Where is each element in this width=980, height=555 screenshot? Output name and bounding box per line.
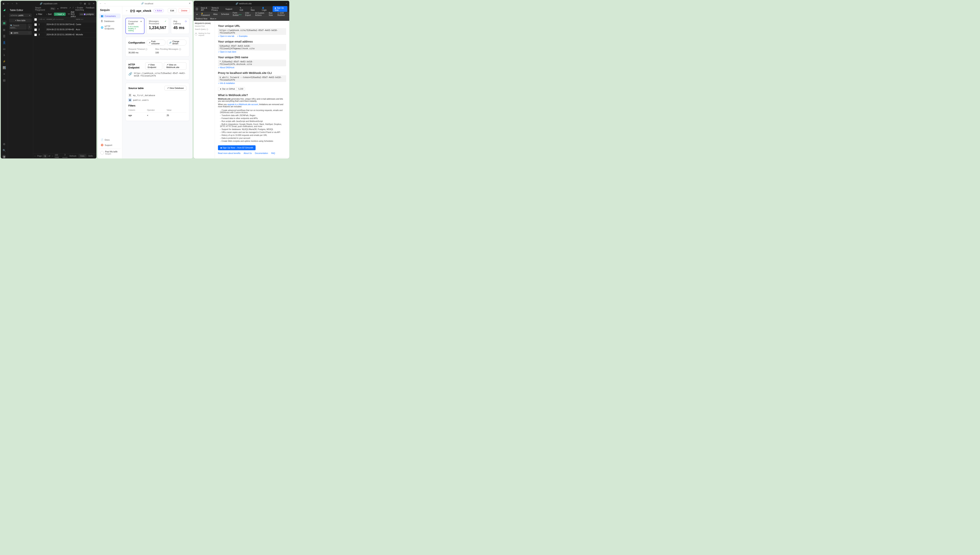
refresh-button[interactable]: Refresh	[70, 155, 77, 157]
split-icon[interactable]: ◫	[88, 2, 91, 5]
sort-order[interactable]: Newest First	[195, 25, 213, 27]
tab-redirect-now[interactable]: Redirect Now	[196, 18, 207, 20]
unique-email-value[interactable]: 526ae0a2-05d7-4e63-bd18-f511ead1247b@ema…	[218, 44, 286, 51]
view-on-webhook-button[interactable]: ↗ View on Webhook.site	[164, 63, 186, 70]
tab-password[interactable]: Password	[200, 11, 211, 17]
logs-icon[interactable]: ≡	[2, 72, 6, 76]
close-icon[interactable]: ✕	[188, 2, 191, 5]
realtime-icon[interactable]: ⚡	[2, 59, 6, 63]
faq-link[interactable]: FAQ	[271, 152, 275, 154]
about-link[interactable]: About Us	[244, 152, 252, 154]
feedback-link[interactable]: Feedback	[86, 6, 94, 11]
address-bar[interactable]: 🔗 webhook.site	[204, 2, 283, 5]
tab-dot[interactable]: ●	[195, 12, 199, 16]
user-card[interactable]: Paul Mu'adibSequin	[99, 149, 120, 157]
open-mail-link[interactable]: Open in mail client	[218, 51, 236, 53]
view-endpoint-button[interactable]: ↗ View Endpoint	[145, 63, 162, 70]
cli-info-link[interactable]: Info & installation	[218, 82, 235, 84]
rls-button[interactable]: 🛡 Add RLS policy	[66, 10, 77, 18]
tab-custom-actions[interactable]: ⚙ Custom Actions	[254, 11, 267, 17]
tab-run-now[interactable]: Run Now	[267, 11, 276, 17]
table-row[interactable]: 32024-08-28 20:52:51.365996+00Michelle	[33, 32, 96, 38]
about-dnshook-link[interactable]: About DNSHook	[218, 66, 234, 69]
tab-data[interactable]: Data	[78, 154, 86, 158]
info-icon[interactable]: ⓘ	[206, 28, 208, 31]
documentation-link[interactable]: Documentation	[255, 152, 268, 154]
settings-icon[interactable]: ⚙	[2, 143, 6, 146]
nav-back-icon[interactable]: ←	[195, 2, 198, 5]
info-icon[interactable]: ⓘ	[179, 48, 181, 51]
page-input[interactable]	[43, 154, 48, 158]
storage-icon[interactable]: 🗂	[2, 47, 6, 51]
table-editor-icon[interactable]: ▦	[2, 21, 6, 26]
view-database-button[interactable]: ↗ View Database	[165, 86, 186, 91]
sidebar-toggle-icon[interactable]: ◧	[2, 2, 5, 5]
home-icon[interactable]: ⌂	[2, 14, 6, 18]
plan-badge[interactable]: Pro	[50, 7, 56, 10]
sql-editor-icon[interactable]: ⌘	[2, 28, 6, 32]
nav-docs[interactable]: Docs & API	[201, 7, 209, 11]
nav-consumers[interactable]: 👥Consumers	[99, 13, 120, 18]
back-button[interactable]: ←	[125, 9, 128, 12]
tab-more[interactable]: More ▾	[210, 18, 216, 20]
nav-support[interactable]: 🛟Support	[99, 143, 120, 148]
sort-button[interactable]: ↕ Sort	[45, 13, 53, 16]
select-all-checkbox[interactable]	[34, 18, 37, 21]
nav-back-icon[interactable]: ←	[6, 2, 10, 5]
table-row[interactable]: 22024-08-22 01:55:55.19749+00Acco	[33, 27, 96, 32]
reload-icon[interactable]: ↻	[15, 2, 18, 5]
edge-icon[interactable]: λ	[2, 53, 6, 57]
tab-alias[interactable]: Alias	[212, 12, 219, 16]
nav-databases[interactable]: 🗄Databases	[99, 19, 120, 24]
open-new-tab-link[interactable]: Open in new tab	[218, 35, 234, 37]
search-query[interactable]: Search Queryⓘ	[195, 28, 213, 31]
examples-link[interactable]: Examples	[237, 35, 247, 37]
search-tables-input[interactable]: 🔍 Search tables...	[9, 24, 27, 30]
nav-terms[interactable]: Terms & Privacy	[211, 7, 223, 11]
health-card[interactable]: Consumer health▾ 0 of 5 checks healthy, …	[125, 18, 144, 34]
edit-button[interactable]: Edit	[168, 8, 177, 13]
new-table-button[interactable]: + New table	[9, 18, 32, 22]
benefits-link[interactable]: Read more about benefits	[218, 152, 240, 154]
page-next-icon[interactable]: ›	[52, 155, 53, 157]
unique-dns-value[interactable]: *.526ae0a2-05d7-4e63-bd18-f511ead1247b.d…	[218, 59, 286, 66]
address-bar[interactable]: 🔗 localhost	[108, 2, 187, 5]
tab-form-builder[interactable]: Form BuilderNew	[231, 11, 243, 17]
webhook-logo-icon[interactable]	[196, 8, 198, 11]
tab-csv-export[interactable]: CSV Export	[244, 11, 253, 17]
upgrade-link[interactable]: upgrade to a Webhook.site account	[227, 103, 258, 106]
close-icon[interactable]: ✕	[285, 2, 288, 5]
extensions-icon[interactable]: ▦	[83, 2, 86, 5]
close-icon[interactable]: ✕	[92, 2, 95, 5]
project-name[interactable]: Sequin Playground	[35, 6, 48, 11]
table-item-users[interactable]: ▦ users ⋯	[9, 31, 32, 35]
tab-schedule[interactable]: Schedule	[219, 12, 231, 16]
tab-definition[interactable]: Defin	[86, 154, 95, 158]
auth-icon[interactable]: 👤	[2, 41, 6, 44]
tab-xhr-redirect[interactable]: ☐ XHR Redirect	[276, 11, 288, 17]
nav-fwd-icon[interactable]: →	[11, 2, 14, 5]
search-icon[interactable]: 🔍	[2, 149, 6, 152]
unique-url-value[interactable]: https://webhook.site/526ae0a2-05d7-4e63-…	[218, 28, 286, 35]
github-star-button[interactable]: ★ Star on GitHub5,230	[218, 87, 245, 91]
delete-button[interactable]: Delete	[179, 8, 190, 13]
nav-docs[interactable]: 📄Docs	[99, 137, 120, 142]
insert-button[interactable]: + Insert ▾	[54, 13, 66, 16]
signup-cta-button[interactable]: ◆ Sign Up Now – from $7.5/month	[218, 145, 256, 150]
nav-http-endpoints[interactable]: 🌐HTTP Endpoints	[99, 24, 120, 31]
nav-fwd-icon[interactable]: →	[200, 2, 202, 5]
nav-back-icon[interactable]: ←	[99, 2, 102, 5]
role-selector[interactable]: rolepostgres	[79, 13, 95, 16]
shield-icon[interactable]: 🛡	[79, 2, 82, 5]
nav-support[interactable]: Support	[225, 8, 232, 10]
cli-command[interactable]: $ whcli forward --token=526ae0a2-05d7-4e…	[218, 75, 286, 82]
rows-per-page[interactable]: 100 rows	[55, 154, 60, 158]
streams-link[interactable]: streams	[60, 6, 67, 11]
database-icon[interactable]: 🗄	[2, 35, 6, 38]
table-menu-icon[interactable]: ⋯	[28, 32, 30, 34]
supabase-logo-icon[interactable]: ◢	[2, 8, 6, 11]
filter-button[interactable]: ⫿ Filter	[35, 13, 44, 16]
nav-fwd-icon[interactable]: →	[104, 2, 106, 5]
schema-selector[interactable]: schema: public▾	[9, 13, 32, 17]
reports-icon[interactable]: 📊	[2, 66, 6, 69]
